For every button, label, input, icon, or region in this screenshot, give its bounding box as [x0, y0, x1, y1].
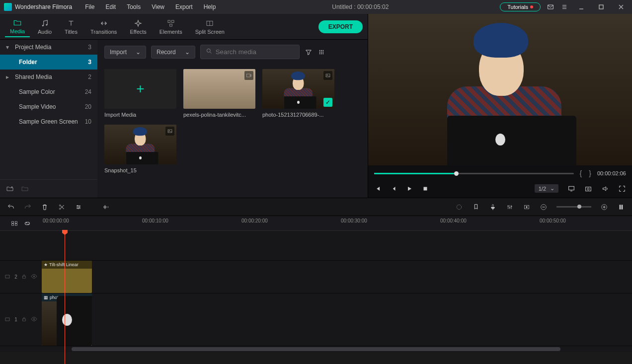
- mail-icon[interactable]: [547, 3, 554, 11]
- effect-clip[interactable]: ★Tilt-shift Linear: [42, 261, 92, 293]
- menu-view[interactable]: View: [147, 1, 169, 12]
- tab-effects[interactable]: Effects: [125, 17, 151, 37]
- render-icon[interactable]: [455, 203, 463, 211]
- split-icon[interactable]: [58, 203, 66, 211]
- import-media-card[interactable]: + Import Media: [104, 69, 176, 118]
- sidebar-item-sample-green-screen[interactable]: Sample Green Screen 10: [0, 114, 97, 129]
- tab-transitions[interactable]: Transitions: [85, 17, 122, 37]
- tutorials-label: Tutorials: [507, 4, 528, 10]
- tab-label: Effects: [130, 29, 146, 35]
- sidebar-item-count: 10: [85, 118, 91, 125]
- sidebar-item-sample-video[interactable]: Sample Video 20: [0, 99, 97, 114]
- track-manager-icon[interactable]: [10, 219, 18, 227]
- eye-icon[interactable]: [31, 316, 37, 323]
- svg-rect-23: [569, 186, 574, 190]
- thumb-label: Snapshot_15: [104, 167, 176, 173]
- media-sidebar: ▾ Project Media 3 Folder 3 ▸ Shared Medi…: [0, 40, 97, 198]
- tab-audio[interactable]: Audio: [33, 17, 57, 37]
- lock-icon[interactable]: [21, 316, 27, 323]
- keyframe-icon[interactable]: [523, 203, 531, 211]
- volume-icon[interactable]: [601, 185, 609, 193]
- new-folder-icon[interactable]: [6, 185, 14, 193]
- audio-mixer-icon[interactable]: [506, 203, 514, 211]
- playhead[interactable]: [65, 231, 65, 364]
- svg-point-1: [42, 25, 44, 26]
- delete-folder-icon[interactable]: [21, 185, 29, 193]
- lock-icon[interactable]: [21, 274, 27, 280]
- zoom-slider[interactable]: [556, 206, 591, 208]
- media-thumb[interactable]: Snapshot_15: [104, 125, 176, 173]
- zoom-in-icon[interactable]: [600, 203, 608, 211]
- export-button[interactable]: EXPORT: [318, 20, 363, 33]
- media-thumb[interactable]: pexels-polina-tankilevitc...: [183, 69, 255, 118]
- tab-elements[interactable]: Elements: [155, 17, 187, 37]
- tab-label: Titles: [65, 29, 78, 35]
- play-button[interactable]: [406, 185, 413, 192]
- stop-button[interactable]: [422, 185, 429, 192]
- audio-wave-icon[interactable]: [101, 203, 109, 211]
- preview-quality-dropdown[interactable]: 1/2 ⌄: [535, 184, 558, 193]
- track-body[interactable]: ▦photo-152131270: [42, 293, 632, 346]
- track-body[interactable]: ★Tilt-shift Linear: [42, 261, 632, 293]
- svg-point-14: [319, 53, 320, 54]
- voiceover-icon[interactable]: [489, 203, 497, 211]
- tab-media[interactable]: Media: [5, 16, 30, 37]
- adjust-icon[interactable]: [75, 203, 82, 211]
- prev-frame-button[interactable]: [374, 185, 381, 192]
- preview-video[interactable]: [368, 14, 632, 165]
- undo-icon[interactable]: [7, 203, 15, 211]
- svg-point-25: [587, 188, 589, 190]
- import-dropdown[interactable]: Import ⌄: [104, 46, 146, 59]
- video-clip[interactable]: ▦photo-152131270: [42, 293, 92, 346]
- menu-edit[interactable]: Edit: [101, 1, 121, 12]
- record-dropdown[interactable]: Record ⌄: [151, 46, 195, 59]
- zoom-out-icon[interactable]: [540, 203, 548, 211]
- menu-file[interactable]: File: [80, 1, 99, 12]
- minimize-button[interactable]: [574, 2, 588, 12]
- timeline-scrollbar[interactable]: [0, 346, 632, 352]
- tutorials-button[interactable]: Tutorials: [500, 2, 541, 11]
- scrollbar-thumb[interactable]: [72, 347, 560, 351]
- eye-icon[interactable]: [31, 273, 37, 281]
- tab-label: Split Screen: [195, 29, 225, 35]
- ruler-tick: 00:00:50:00: [540, 218, 566, 223]
- timeline-tracks: 2 ★Tilt-shift Linear 1 ▦photo-152131270: [0, 231, 632, 352]
- svg-point-9: [321, 50, 322, 51]
- ruler-tick: 00:00:20:00: [241, 218, 268, 223]
- progress-bar[interactable]: [374, 173, 574, 174]
- close-button[interactable]: [614, 2, 628, 12]
- fullscreen-icon[interactable]: [618, 185, 626, 193]
- search-input[interactable]: [200, 45, 300, 59]
- timeline-ruler[interactable]: 00:00:00:00 00:00:10:00 00:00:20:00 00:0…: [42, 216, 632, 230]
- snapshot-icon[interactable]: [584, 185, 592, 193]
- sidebar-item-folder[interactable]: Folder 3: [0, 55, 97, 70]
- delete-icon[interactable]: [41, 203, 49, 211]
- tab-titles[interactable]: Titles: [60, 17, 82, 37]
- menu-tools[interactable]: Tools: [122, 1, 146, 12]
- track-head: 1: [0, 293, 42, 346]
- redo-icon[interactable]: [24, 203, 32, 211]
- mark-in-button[interactable]: {: [579, 169, 583, 177]
- filter-icon[interactable]: [305, 48, 313, 56]
- grid-view-icon[interactable]: [317, 48, 325, 56]
- sidebar-item-sample-color[interactable]: Sample Color 24: [0, 84, 97, 99]
- zoom-fit-icon[interactable]: [617, 203, 625, 211]
- mark-out-button[interactable]: }: [588, 169, 592, 177]
- svg-rect-46: [23, 319, 26, 321]
- sidebar-item-shared-media[interactable]: ▸ Shared Media 2: [0, 70, 97, 84]
- step-back-button[interactable]: [390, 185, 397, 192]
- menu-help[interactable]: Help: [199, 1, 221, 12]
- progress-handle[interactable]: [454, 171, 459, 176]
- media-thumb[interactable]: ✓ photo-1521312706689-...: [262, 69, 334, 118]
- svg-rect-37: [622, 205, 623, 209]
- search-field[interactable]: [216, 48, 294, 56]
- marker-icon[interactable]: [472, 203, 480, 211]
- maximize-button[interactable]: [594, 2, 608, 12]
- menu-export[interactable]: Export: [170, 1, 198, 12]
- link-icon[interactable]: [23, 219, 31, 227]
- display-icon[interactable]: [567, 185, 575, 193]
- sidebar-item-project-media[interactable]: ▾ Project Media 3: [0, 40, 97, 55]
- tab-split-screen[interactable]: Split Screen: [190, 17, 230, 37]
- list-icon[interactable]: [560, 3, 568, 11]
- timeline-toolbar: [0, 198, 632, 216]
